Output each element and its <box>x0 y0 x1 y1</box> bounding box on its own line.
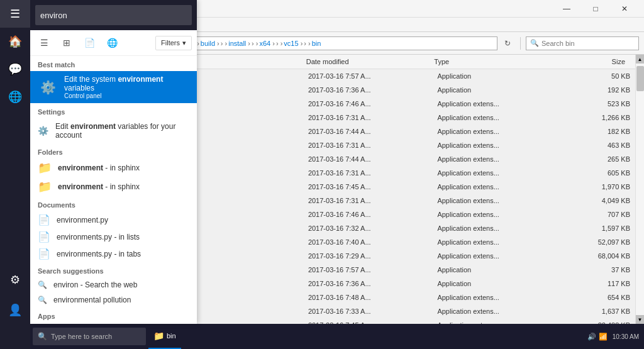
apps-label: Apps <box>30 307 197 323</box>
best-match-item[interactable]: ⚙️ Edit the system environment variables… <box>30 71 197 103</box>
suggestions-label: Search suggestions <box>30 262 197 277</box>
file-type-cell: Application extens... <box>432 168 562 178</box>
settings-item-icon: ⚙️ <box>38 125 49 137</box>
tray-volume[interactable]: 🔊 <box>587 333 596 341</box>
file-size-cell: 52,097 KB <box>562 237 635 247</box>
best-match-label: Best match <box>30 56 197 71</box>
settings-item-0[interactable]: ⚙️ Edit environment variables for your a… <box>30 118 197 143</box>
folder-name-1: environment - in sphinx <box>58 182 140 191</box>
folder-item-0[interactable]: 📁 environment - in sphinx <box>30 158 197 177</box>
file-type-cell: Application extens... <box>432 292 562 302</box>
search-panel-input[interactable] <box>35 5 192 25</box>
doc-icon-0: 📄 <box>38 214 50 226</box>
grid-view-button[interactable]: ⊞ <box>58 34 75 52</box>
file-date-cell: 2017-03-16 7:46 A... <box>303 209 433 219</box>
documents-label: Documents <box>30 196 197 211</box>
taskbar-app-bin[interactable]: 📁 bin <box>148 324 181 349</box>
scroll-down-button[interactable]: ▼ <box>636 315 645 324</box>
file-type-cell: Application <box>432 71 562 81</box>
file-size-cell: 605 KB <box>562 168 635 178</box>
maximize-button[interactable]: □ <box>581 0 610 18</box>
search-suggestion-icon-0: 🔍 <box>38 280 47 289</box>
scroll-track[interactable] <box>636 64 645 315</box>
file-type-cell: Application extens... <box>432 209 562 219</box>
file-type-cell: Application extens... <box>432 196 562 206</box>
column-size[interactable]: Size <box>557 56 635 67</box>
file-date-cell: 2017-03-16 7:57 A... <box>303 265 433 275</box>
list-view-button[interactable]: ☰ <box>35 34 53 52</box>
search-icon: 🔍 <box>530 39 539 47</box>
web-view-button[interactable]: 🌐 <box>103 34 121 52</box>
path-segment-build[interactable]: build <box>201 40 219 47</box>
doc-item-1[interactable]: 📄 environments.py - in lists <box>30 228 197 245</box>
file-type-cell: Application extens... <box>432 140 562 150</box>
path-segment-vc15[interactable]: vc15 <box>284 40 303 47</box>
search-input[interactable] <box>541 40 630 47</box>
path-segment-x64[interactable]: x64 <box>259 40 274 47</box>
file-type-cell: Application extens... <box>432 182 562 192</box>
file-date-cell: 2017-03-16 7:29 A... <box>303 251 433 261</box>
file-size-cell: 654 KB <box>562 292 635 302</box>
best-match-highlight: environment <box>118 75 163 84</box>
file-size-cell: 37 KB <box>562 265 635 275</box>
taskbar-search-text: Type here to search <box>51 333 112 340</box>
filters-label: Filters <box>161 39 180 47</box>
vertical-scrollbar[interactable]: ▲ ▼ <box>635 55 644 324</box>
home-button[interactable]: 🏠 <box>0 28 30 55</box>
column-date[interactable]: Date modified <box>301 56 430 67</box>
refresh-button[interactable]: ↻ <box>500 36 515 51</box>
file-type-cell: Application <box>432 85 562 95</box>
taskbar-app-icon: 📁 <box>153 331 164 341</box>
suggestion-text-1: environmental pollution <box>53 296 131 304</box>
best-match-prefix: Edit the system <box>64 75 118 84</box>
taskbar-search[interactable]: 🔍 Type here to search <box>33 328 146 345</box>
doc-item-0[interactable]: 📄 environment.py <box>30 211 197 228</box>
best-match-text: Edit the system environment variables Co… <box>64 75 189 99</box>
scroll-thumb[interactable] <box>636 66 644 91</box>
file-size-cell: 265 KB <box>562 154 635 164</box>
folder-item-1[interactable]: 📁 environment - in sphinx <box>30 177 197 196</box>
file-size-cell: 523 KB <box>562 99 635 109</box>
file-date-cell: 2017-03-16 7:48 A... <box>303 292 433 302</box>
suggestion-text-0: environ - Search the web <box>53 280 137 289</box>
doc-icon-2: 📄 <box>38 248 50 260</box>
file-size-cell: 4,049 KB <box>562 196 635 206</box>
tray-network[interactable]: 📶 <box>599 333 608 341</box>
search-panel-header <box>30 0 197 30</box>
column-type[interactable]: Type <box>429 56 557 67</box>
chevron-down-icon: ▾ <box>182 39 186 47</box>
filters-button[interactable]: Filters ▾ <box>155 36 192 50</box>
settings-side-button[interactable]: ⚙ <box>0 266 30 294</box>
suggestion-item-0[interactable]: 🔍 environ - Search the web <box>30 277 197 292</box>
doc-name-1: environments.py - in lists <box>57 233 140 241</box>
file-date-cell: 2017-03-16 7:44 A... <box>303 126 433 136</box>
file-size-cell: 117 KB <box>562 279 635 289</box>
path-segment-bin[interactable]: bin <box>312 40 321 47</box>
file-size-cell: 182 KB <box>562 126 635 136</box>
folder-icon-1: 📁 <box>38 180 52 194</box>
tray-clock: 10:30 AM <box>613 333 639 340</box>
file-size-cell: 50 KB <box>562 71 635 81</box>
taskbar-app-label: bin <box>167 332 176 340</box>
globe-button[interactable]: 🌐 <box>0 83 30 111</box>
file-date-cell: 2017-03-16 7:36 A... <box>303 279 433 289</box>
search-panel-body: Best match ⚙️ Edit the system environmen… <box>30 56 197 324</box>
suggestion-item-1[interactable]: 🔍 environmental pollution <box>30 292 197 307</box>
file-view-button[interactable]: 📄 <box>80 34 98 52</box>
file-size-cell: 1,970 KB <box>562 182 635 192</box>
minimize-button[interactable]: — <box>552 0 581 18</box>
file-date-cell: 2017-03-16 7:36 A... <box>303 85 433 95</box>
search-toolbar: ☰ ⊞ 📄 🌐 Filters ▾ <box>30 30 197 56</box>
best-match-icon: ⚙️ <box>38 77 58 97</box>
doc-item-2[interactable]: 📄 environments.py - in tabs <box>30 245 197 262</box>
doc-name-0: environment.py <box>57 216 108 224</box>
file-date-cell: 2017-03-16 7:46 A... <box>303 99 433 109</box>
scroll-up-button[interactable]: ▲ <box>636 55 645 64</box>
best-match-suffix: variables <box>64 84 94 92</box>
notifications-button[interactable]: 💬 <box>0 55 30 83</box>
start-menu-button[interactable]: ☰ <box>0 0 30 28</box>
user-button[interactable]: 👤 <box>0 296 30 324</box>
path-segment-install[interactable]: install <box>228 40 250 47</box>
close-button[interactable]: ✕ <box>610 0 639 18</box>
file-size-cell: 1,637 KB <box>562 306 635 316</box>
